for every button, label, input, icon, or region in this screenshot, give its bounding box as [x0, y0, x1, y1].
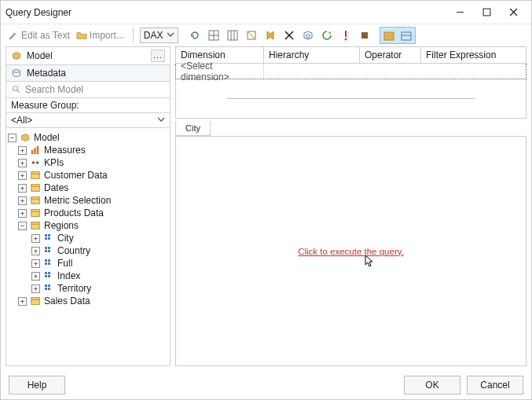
tree-item-kpis[interactable]: + KPIs: [8, 156, 168, 169]
tree-root-label: Model: [34, 132, 60, 143]
model-picker-button[interactable]: ...: [151, 50, 165, 62]
tree-item-label: Dates: [44, 182, 68, 193]
svg-rect-38: [45, 237, 47, 240]
import-label: Import...: [90, 30, 124, 41]
tree-item-regions[interactable]: − Regions: [8, 219, 168, 232]
svg-rect-54: [45, 288, 47, 290]
maximize-button[interactable]: [473, 4, 500, 21]
collapse-icon[interactable]: −: [18, 222, 27, 230]
search-row[interactable]: Search Model: [6, 81, 171, 97]
search-icon: [11, 84, 22, 95]
expand-icon[interactable]: +: [18, 297, 27, 306]
close-button[interactable]: [500, 4, 526, 21]
measure-group-value: <All>: [11, 115, 32, 126]
svg-rect-50: [45, 275, 47, 277]
metadata-tree[interactable]: − Model + Measures + KPIs +: [6, 127, 171, 366]
tree-item-country[interactable]: + Country: [8, 244, 168, 257]
svg-rect-26: [31, 172, 40, 179]
expand-icon[interactable]: +: [31, 247, 40, 255]
svg-rect-52: [45, 284, 47, 287]
language-value: DAX: [144, 30, 163, 41]
col-hierarchy[interactable]: Hierarchy: [264, 47, 360, 63]
chevron-down-icon: [157, 115, 165, 126]
show-aggregations-button[interactable]: [262, 27, 279, 44]
autoexec-icon: [245, 29, 258, 42]
metadata-tab[interactable]: Metadata: [6, 64, 171, 81]
sigma-cube-icon: [264, 29, 277, 42]
tree-root[interactable]: − Model: [8, 131, 168, 144]
svg-rect-34: [31, 222, 40, 229]
toggle-mdx-button[interactable]: [205, 27, 222, 44]
refresh-fields-button[interactable]: [186, 27, 204, 44]
cancel-query-button[interactable]: [356, 27, 373, 44]
tree-item-sales-data[interactable]: + Sales Data: [8, 295, 168, 307]
cube-action-button[interactable]: @: [299, 27, 317, 44]
folder-open-icon: [76, 30, 87, 41]
design-icon: [383, 30, 395, 42]
refresh-button[interactable]: [318, 27, 336, 44]
cube-at-icon: @: [302, 29, 314, 42]
expand-icon[interactable]: +: [31, 234, 40, 243]
maximize-icon: [482, 8, 491, 17]
ok-button[interactable]: OK: [404, 376, 460, 394]
expand-icon[interactable]: +: [31, 284, 40, 293]
model-header-label: Model: [27, 50, 53, 61]
execute-query-link[interactable]: Click to execute the query.: [298, 247, 404, 256]
svg-rect-46: [45, 262, 47, 265]
cancel-button[interactable]: Cancel: [467, 376, 523, 394]
tree-item-measures[interactable]: + Measures: [8, 144, 168, 156]
expand-icon[interactable]: +: [18, 196, 27, 205]
svg-point-13: [344, 39, 347, 41]
result-tab-city[interactable]: City: [175, 121, 211, 136]
tree-item-label: Customer Data: [44, 170, 108, 181]
svg-rect-36: [45, 234, 47, 237]
tree-item-customer-data[interactable]: + Customer Data: [8, 169, 168, 182]
expand-icon[interactable]: +: [18, 209, 27, 218]
footer: Help OK Cancel: [1, 371, 531, 399]
filter-grid-row[interactable]: <Select dimension>: [175, 64, 526, 79]
help-button[interactable]: Help: [9, 376, 65, 394]
right-panel: Dimension Hierarchy Operator Filter Expr…: [175, 46, 526, 366]
svg-point-24: [32, 161, 35, 164]
minimize-button[interactable]: [446, 4, 473, 21]
expand-icon[interactable]: +: [18, 159, 27, 167]
splitter-handle[interactable]: [227, 98, 475, 99]
cube-icon: [20, 132, 31, 143]
tree-item-full[interactable]: + Full: [8, 257, 168, 270]
svg-point-18: [13, 70, 20, 73]
show-empty-cells-button[interactable]: [224, 27, 241, 44]
language-dropdown[interactable]: DAX: [140, 28, 178, 43]
edit-as-text-button[interactable]: Edit as Text: [6, 28, 72, 42]
splitter-zone[interactable]: [175, 79, 526, 119]
expand-icon[interactable]: +: [18, 184, 27, 193]
expand-icon[interactable]: +: [31, 272, 40, 281]
tree-item-label: Sales Data: [44, 295, 90, 306]
query-mode-button[interactable]: [398, 28, 415, 45]
titlebar: Query Designer: [1, 1, 531, 24]
tree-item-products-data[interactable]: + Products Data: [8, 207, 168, 219]
delete-button[interactable]: [281, 27, 298, 44]
col-filter-expression[interactable]: Filter Expression: [421, 47, 526, 63]
design-mode-button[interactable]: [380, 28, 398, 45]
metadata-label: Metadata: [27, 68, 66, 79]
col-operator[interactable]: Operator: [360, 47, 421, 63]
expand-icon[interactable]: +: [31, 259, 40, 268]
collapse-icon[interactable]: −: [8, 134, 17, 142]
query-mode-icon: [400, 30, 413, 42]
svg-rect-37: [48, 234, 50, 237]
metadata-icon: [11, 68, 22, 79]
tree-item-dates[interactable]: + Dates: [8, 182, 168, 194]
measure-group-select[interactable]: <All>: [6, 112, 171, 127]
expand-icon[interactable]: +: [18, 146, 27, 155]
table-icon: [30, 207, 41, 218]
tree-item-territory[interactable]: + Territory: [8, 282, 168, 295]
tree-item-city[interactable]: + City: [8, 232, 168, 244]
expand-icon[interactable]: +: [18, 171, 27, 180]
tree-item-label: Metric Selection: [44, 195, 111, 206]
import-button[interactable]: Import...: [74, 28, 127, 42]
execute-button[interactable]: [337, 27, 354, 44]
tree-item-index[interactable]: + Index: [8, 270, 168, 282]
auto-execute-button[interactable]: [243, 27, 260, 44]
tree-item-metric-selection[interactable]: + Metric Selection: [8, 194, 168, 207]
select-dimension-cell[interactable]: <Select dimension>: [176, 64, 264, 79]
